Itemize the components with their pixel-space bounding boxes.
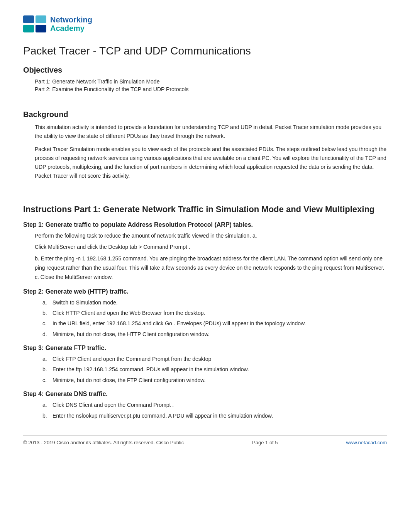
logo-line2: Academy	[50, 24, 92, 32]
instructions-heading: Instructions Part 1: Generate Network Tr…	[23, 204, 387, 215]
cisco-logo-text: Networking Academy	[50, 15, 92, 32]
footer: © 2013 - 2019 Cisco and/or its affiliate…	[23, 435, 387, 445]
step4-heading: Step 4: Generate DNS traffic.	[23, 391, 387, 398]
step3-item-b: b. Enter the ftp 192.168.1.254 command. …	[42, 365, 387, 374]
step2-content: a. Switch to Simulation mode. b. Click H…	[23, 298, 387, 339]
step3-heading: Step 3: Generate FTP traffic.	[23, 345, 387, 352]
step1-heading: Step 1: Generate traffic to populate Add…	[23, 221, 387, 228]
step2-item-c: c. In the URL field, enter 192.168.1.254…	[42, 319, 387, 328]
step2-label-d: d.	[42, 330, 51, 338]
footer-copyright: © 2013 - 2019 Cisco and/or its affiliate…	[23, 440, 184, 445]
logo-block-2	[36, 15, 46, 23]
step4-item-b: b. Enter the nslookup multiserver.pt.ptu…	[42, 411, 387, 420]
step2-item-a: a. Switch to Simulation mode.	[42, 298, 387, 307]
section-divider	[23, 196, 387, 196]
background-para2: Packet Tracer Simulation mode enables yo…	[23, 145, 387, 180]
step3-label-b: b.	[42, 365, 51, 374]
logo-block-1	[23, 15, 34, 23]
step3-list: a. Click FTP Client and open the Command…	[35, 355, 387, 384]
step4-label-a: a.	[42, 401, 51, 409]
page-title: Packet Tracer - TCP and UDP Communicatio…	[23, 44, 387, 58]
objectives-heading: Objectives	[23, 66, 387, 75]
background-heading: Background	[23, 110, 387, 119]
step2-heading: Step 2: Generate web (HTTP) traffic.	[23, 288, 387, 295]
objectives-list: Part 1: Generate Network Traffic in Simu…	[23, 78, 387, 92]
step2-list: a. Switch to Simulation mode. b. Click H…	[35, 298, 387, 339]
step4-list: a. Click DNS Client and open the Command…	[35, 401, 387, 420]
step2-item-d: d. Minimize, but do not close, the HTTP …	[42, 330, 387, 338]
step1-content-a: Perform the following task to reduce the…	[23, 231, 387, 282]
step3-label-a: a.	[42, 355, 51, 363]
step4-content: a. Click DNS Client and open the Command…	[23, 401, 387, 420]
footer-url: www.netacad.com	[346, 440, 387, 445]
logo-line1: Networking	[50, 15, 92, 24]
step4-item-a: a. Click DNS Client and open the Command…	[42, 401, 387, 409]
objective-item-2: Part 2: Examine the Functionality of the…	[35, 86, 387, 92]
step3-content: a. Click FTP Client and open the Command…	[23, 355, 387, 384]
step3-label-c: c.	[42, 376, 51, 384]
footer-page: Page 1 of 5	[252, 440, 278, 445]
step2-label-b: b.	[42, 309, 51, 317]
step2-label-c: c.	[42, 319, 51, 328]
background-para1: This simulation activity is intended to …	[23, 123, 387, 141]
header-logo: Networking Academy	[23, 15, 387, 32]
logo-block-3	[23, 25, 34, 32]
step2-label-a: a.	[42, 298, 51, 307]
step3-item-a: a. Click FTP Client and open the Command…	[42, 355, 387, 363]
step3-item-c: c. Minimize, but do not close, the FTP C…	[42, 376, 387, 384]
cisco-logo-icon	[23, 15, 46, 32]
step2-item-b: b. Click HTTP Client and open the Web Br…	[42, 309, 387, 317]
objective-item-1: Part 1: Generate Network Traffic in Simu…	[35, 78, 387, 85]
step4-label-b: b.	[42, 411, 51, 420]
logo-block-4	[36, 25, 46, 32]
